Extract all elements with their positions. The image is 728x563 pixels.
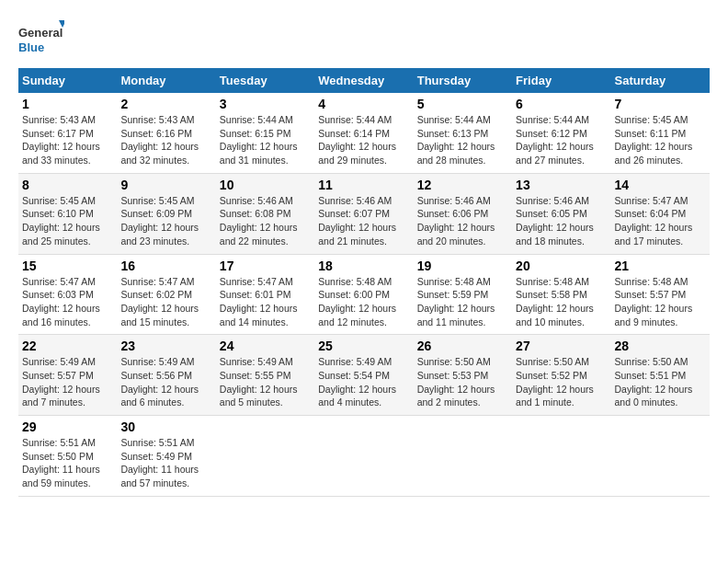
day-cell: 5Sunrise: 5:44 AMSunset: 6:13 PMDaylight… [414, 93, 512, 173]
col-header-sunday: Sunday [18, 68, 117, 93]
day-info: Sunrise: 5:48 AMSunset: 5:57 PMDaylight:… [615, 275, 706, 329]
week-row-5: 29Sunrise: 5:51 AMSunset: 5:50 PMDayligh… [18, 416, 710, 497]
day-number: 13 [516, 178, 607, 192]
day-number: 8 [22, 178, 113, 192]
day-cell: 24Sunrise: 5:49 AMSunset: 5:55 PMDayligh… [216, 335, 314, 416]
day-number: 26 [417, 339, 508, 353]
day-info: Sunrise: 5:51 AMSunset: 5:49 PMDaylight:… [120, 436, 211, 490]
day-cell: 26Sunrise: 5:50 AMSunset: 5:53 PMDayligh… [414, 335, 512, 416]
day-info: Sunrise: 5:43 AMSunset: 6:17 PMDaylight:… [22, 113, 113, 167]
day-number: 22 [22, 339, 113, 353]
svg-text:General: General [18, 26, 63, 40]
week-row-3: 15Sunrise: 5:47 AMSunset: 6:03 PMDayligh… [18, 254, 710, 335]
day-number: 4 [318, 97, 409, 111]
day-number: 9 [120, 178, 211, 192]
day-info: Sunrise: 5:51 AMSunset: 5:50 PMDaylight:… [22, 436, 113, 490]
logo-svg: General Blue [18, 18, 64, 59]
day-cell: 16Sunrise: 5:47 AMSunset: 6:02 PMDayligh… [117, 254, 215, 335]
day-info: Sunrise: 5:47 AMSunset: 6:03 PMDaylight:… [22, 275, 113, 329]
day-info: Sunrise: 5:50 AMSunset: 5:52 PMDaylight:… [516, 355, 607, 409]
col-header-friday: Friday [512, 68, 610, 93]
week-row-4: 22Sunrise: 5:49 AMSunset: 5:57 PMDayligh… [18, 335, 710, 416]
day-info: Sunrise: 5:49 AMSunset: 5:55 PMDaylight:… [220, 355, 311, 409]
day-info: Sunrise: 5:45 AMSunset: 6:09 PMDaylight:… [120, 194, 211, 248]
day-cell: 7Sunrise: 5:45 AMSunset: 6:11 PMDaylight… [611, 93, 710, 173]
day-number: 2 [120, 97, 211, 111]
day-cell: 9Sunrise: 5:45 AMSunset: 6:09 PMDaylight… [117, 173, 215, 254]
day-number: 28 [615, 339, 706, 353]
day-number: 1 [22, 97, 113, 111]
day-cell: 19Sunrise: 5:48 AMSunset: 5:59 PMDayligh… [414, 254, 512, 335]
day-number: 20 [516, 259, 607, 273]
day-info: Sunrise: 5:44 AMSunset: 6:13 PMDaylight:… [417, 113, 508, 167]
day-cell: 29Sunrise: 5:51 AMSunset: 5:50 PMDayligh… [18, 416, 117, 497]
day-number: 5 [417, 97, 508, 111]
day-info: Sunrise: 5:48 AMSunset: 5:59 PMDaylight:… [417, 275, 508, 329]
day-cell: 18Sunrise: 5:48 AMSunset: 6:00 PMDayligh… [314, 254, 413, 335]
svg-text:Blue: Blue [18, 40, 44, 54]
day-number: 16 [120, 259, 211, 273]
day-cell: 15Sunrise: 5:47 AMSunset: 6:03 PMDayligh… [18, 254, 117, 335]
day-info: Sunrise: 5:50 AMSunset: 5:51 PMDaylight:… [615, 355, 706, 409]
day-number: 19 [417, 259, 508, 273]
day-info: Sunrise: 5:46 AMSunset: 6:07 PMDaylight:… [318, 194, 409, 248]
day-cell: 21Sunrise: 5:48 AMSunset: 5:57 PMDayligh… [611, 254, 710, 335]
day-cell: 6Sunrise: 5:44 AMSunset: 6:12 PMDaylight… [512, 93, 610, 173]
day-cell: 30Sunrise: 5:51 AMSunset: 5:49 PMDayligh… [117, 416, 215, 497]
day-info: Sunrise: 5:49 AMSunset: 5:56 PMDaylight:… [120, 355, 211, 409]
day-info: Sunrise: 5:45 AMSunset: 6:11 PMDaylight:… [615, 113, 706, 167]
day-number: 27 [516, 339, 607, 353]
day-cell: 4Sunrise: 5:44 AMSunset: 6:14 PMDaylight… [314, 93, 413, 173]
day-cell [216, 416, 314, 497]
col-header-saturday: Saturday [611, 68, 710, 93]
day-number: 25 [318, 339, 409, 353]
day-cell [414, 416, 512, 497]
day-info: Sunrise: 5:46 AMSunset: 6:08 PMDaylight:… [220, 194, 311, 248]
day-info: Sunrise: 5:48 AMSunset: 5:58 PMDaylight:… [516, 275, 607, 329]
day-number: 24 [220, 339, 311, 353]
day-info: Sunrise: 5:44 AMSunset: 6:14 PMDaylight:… [318, 113, 409, 167]
day-cell: 23Sunrise: 5:49 AMSunset: 5:56 PMDayligh… [117, 335, 215, 416]
day-cell: 27Sunrise: 5:50 AMSunset: 5:52 PMDayligh… [512, 335, 610, 416]
header-row: SundayMondayTuesdayWednesdayThursdayFrid… [18, 68, 710, 93]
day-cell [611, 416, 710, 497]
day-info: Sunrise: 5:46 AMSunset: 6:05 PMDaylight:… [516, 194, 607, 248]
day-cell: 13Sunrise: 5:46 AMSunset: 6:05 PMDayligh… [512, 173, 610, 254]
day-number: 30 [120, 419, 211, 434]
day-info: Sunrise: 5:43 AMSunset: 6:16 PMDaylight:… [120, 113, 211, 167]
day-cell: 22Sunrise: 5:49 AMSunset: 5:57 PMDayligh… [18, 335, 117, 416]
page-header: General Blue [18, 18, 710, 59]
day-number: 12 [417, 178, 508, 192]
day-info: Sunrise: 5:47 AMSunset: 6:02 PMDaylight:… [120, 275, 211, 329]
day-number: 10 [220, 178, 311, 192]
day-cell: 11Sunrise: 5:46 AMSunset: 6:07 PMDayligh… [314, 173, 413, 254]
day-cell: 28Sunrise: 5:50 AMSunset: 5:51 PMDayligh… [611, 335, 710, 416]
day-info: Sunrise: 5:50 AMSunset: 5:53 PMDaylight:… [417, 355, 508, 409]
logo: General Blue [18, 18, 64, 59]
day-info: Sunrise: 5:49 AMSunset: 5:57 PMDaylight:… [22, 355, 113, 409]
day-cell: 20Sunrise: 5:48 AMSunset: 5:58 PMDayligh… [512, 254, 610, 335]
day-cell: 3Sunrise: 5:44 AMSunset: 6:15 PMDaylight… [216, 93, 314, 173]
day-cell: 12Sunrise: 5:46 AMSunset: 6:06 PMDayligh… [414, 173, 512, 254]
day-info: Sunrise: 5:45 AMSunset: 6:10 PMDaylight:… [22, 194, 113, 248]
week-row-2: 8Sunrise: 5:45 AMSunset: 6:10 PMDaylight… [18, 173, 710, 254]
col-header-wednesday: Wednesday [314, 68, 413, 93]
col-header-thursday: Thursday [414, 68, 512, 93]
day-number: 7 [615, 97, 706, 111]
day-cell: 2Sunrise: 5:43 AMSunset: 6:16 PMDaylight… [117, 93, 215, 173]
day-cell: 14Sunrise: 5:47 AMSunset: 6:04 PMDayligh… [611, 173, 710, 254]
day-info: Sunrise: 5:47 AMSunset: 6:04 PMDaylight:… [615, 194, 706, 248]
day-cell: 1Sunrise: 5:43 AMSunset: 6:17 PMDaylight… [18, 93, 117, 173]
day-number: 6 [516, 97, 607, 111]
week-row-1: 1Sunrise: 5:43 AMSunset: 6:17 PMDaylight… [18, 93, 710, 173]
day-number: 14 [615, 178, 706, 192]
day-number: 15 [22, 259, 113, 273]
day-cell: 25Sunrise: 5:49 AMSunset: 5:54 PMDayligh… [314, 335, 413, 416]
day-number: 11 [318, 178, 409, 192]
day-cell [512, 416, 610, 497]
day-number: 17 [220, 259, 311, 273]
day-number: 21 [615, 259, 706, 273]
calendar-table: SundayMondayTuesdayWednesdayThursdayFrid… [18, 68, 710, 497]
day-cell: 17Sunrise: 5:47 AMSunset: 6:01 PMDayligh… [216, 254, 314, 335]
day-info: Sunrise: 5:44 AMSunset: 6:12 PMDaylight:… [516, 113, 607, 167]
